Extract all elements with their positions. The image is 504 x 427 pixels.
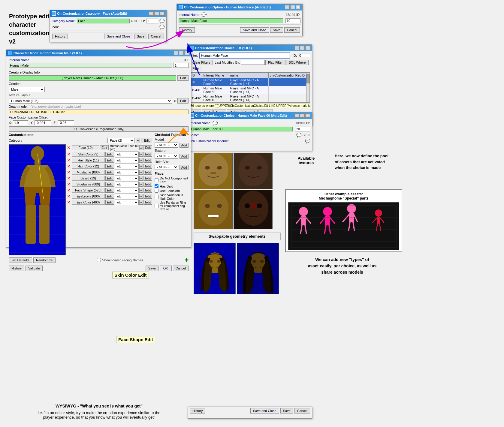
fallback-model-select[interactable]: - NONE - [155,143,178,148]
cust-mustache-select[interactable]: etc [115,170,139,175]
clear-filters-btn[interactable]: Clear Filters [190,60,213,65]
randomize-btn[interactable]: Randomize [33,257,56,263]
chr-category-cancel-btn[interactable]: Cancel [148,34,164,39]
cust-hairstyle-edit-btn[interactable]: Edit [105,158,114,163]
cust-sideburns-edit-btn[interactable]: Edit [105,182,114,187]
cust-haircolor-list-btn[interactable]: ≡ [139,164,143,169]
cust-eyebrows-select[interactable]: etc [115,194,139,199]
creature-edit-btn[interactable]: Edit [177,75,189,81]
cust-haircolor-edit-btn[interactable]: Edit [105,164,114,169]
texture-layout-edit-btn[interactable]: Edit [177,98,189,104]
texture-layout-select[interactable]: Human Male (103) [9,98,172,104]
remove-beard-btn[interactable]: ✕ [67,176,71,181]
filter-input[interactable] [200,53,289,58]
cust-beard-select[interactable]: etc [115,176,139,181]
gender-select[interactable]: Male [9,87,45,92]
cust-eyecolor-select[interactable]: etc [115,200,139,205]
choice-internal-name-input[interactable] [190,127,293,131]
cust-eyecolor-edit-btn[interactable]: Edit [105,200,114,205]
chr-category-save-btn[interactable]: Save [134,34,147,39]
chr-choice-max[interactable]: □ [300,113,305,118]
char-model-min[interactable]: ─ [174,51,178,55]
death-mode-input[interactable] [9,110,189,114]
cust-faceshape-edit-btn[interactable]: Edit [105,188,114,193]
option-internal-name-input[interactable] [179,18,283,23]
chr-option-close[interactable]: ✕ [296,5,300,9]
flag-loincloth[interactable] [155,189,158,193]
fallback-helmvis-select[interactable]: - NONE - [155,165,178,170]
cust-sideburns-select[interactable]: etc [115,182,139,187]
cust-eyebrows-edit-btn[interactable]: Edit [105,194,114,199]
cust-haircolor-select[interactable]: etc [115,164,139,169]
chr-choice-list-min[interactable]: ─ [294,46,299,50]
table-row[interactable]: 15431Human Male Face 39Player and NPC - … [190,86,306,94]
set-defaults-btn[interactable]: Set Defaults [9,257,32,263]
category-select[interactable]: Face (2) [107,138,134,143]
model-history-btn[interactable]: History [9,266,24,271]
chr-option-save-close-btn[interactable]: Save and Close [240,27,269,33]
model-save-btn[interactable]: Save [146,266,158,271]
cust-faceshape-edit2-btn[interactable]: Edit [143,188,152,193]
cust-haircolor-edit2-btn[interactable]: Edit [143,164,152,169]
chr-category-history-btn[interactable]: History [52,34,68,39]
cust-sideburns-edit2-btn[interactable]: Edit [143,182,152,187]
flag-no-component[interactable] [155,178,158,182]
remove-hairstyle-btn[interactable]: ✕ [67,158,71,163]
flag-has-bald[interactable] [155,184,158,188]
chr-option-history-btn[interactable]: History [179,27,195,33]
cust-faceshape-select[interactable]: etc [115,188,139,193]
cust-face-edit-btn[interactable]: Edit [100,145,109,150]
chr-category-close[interactable]: ✕ [160,11,164,16]
bottom-save-btn[interactable]: Save [280,408,293,413]
chr-category-save-close-btn[interactable]: Save and Close [104,34,133,39]
cust-eyebrows-edit2-btn[interactable]: Edit [143,194,152,199]
fallback-helmvis-add[interactable]: Add [180,165,189,170]
chr-option-cancel-btn[interactable]: Cancel [284,27,300,33]
fallback-texture-add[interactable]: Add [180,154,189,159]
model-id-input[interactable] [174,63,189,68]
category-name-input[interactable] [77,19,130,23]
cust-skin-list-btn[interactable]: ≡ [139,152,143,157]
chr-option-save-btn[interactable]: Save [270,27,283,33]
chr-choice-min[interactable]: ─ [294,113,299,118]
char-model-close[interactable]: ✕ [184,51,189,55]
cust-eyebrows-list-btn[interactable]: ≡ [139,194,143,199]
cust-hairstyle-list-btn[interactable]: ≡ [139,158,143,163]
cust-face-list-btn[interactable]: ≡ [139,145,143,150]
flag-filter-btn[interactable]: Flag Filter [265,60,285,65]
model-internal-name-input[interactable] [9,63,172,68]
choice-id-input[interactable] [295,127,310,131]
chr-choice-list-close[interactable]: ✕ [305,46,310,50]
remove-haircolor-btn[interactable]: ✕ [67,164,71,169]
conversion-btn[interactable]: 9.X Conversion (Programmer Only) [9,126,189,132]
flag-pandaren[interactable] [155,204,158,208]
fallback-texture-select[interactable]: - NONE - [155,154,178,159]
remove-eyebrows-btn[interactable]: ✕ [67,194,71,199]
show-player-facing-check[interactable] [97,258,101,262]
cust-beard-edit2-btn[interactable]: Edit [143,176,152,181]
cust-faceshape-list-btn[interactable]: ≡ [139,188,143,193]
cust-eyecolor-list-btn[interactable]: ≡ [139,200,143,205]
chr-option-min[interactable]: ─ [285,5,290,9]
cust-skin-edit-btn[interactable]: Edit [105,152,114,157]
table-scrollbar[interactable] [306,73,310,102]
x-input[interactable] [13,120,28,125]
table-row[interactable]: 15432Human Male Face 40Player and NPC - … [190,94,306,102]
cust-hairstyle-edit2-btn[interactable]: Edit [143,158,152,163]
category-list-btn[interactable]: ≡ [136,138,140,143]
chr-choice-list-max[interactable]: □ [300,46,305,50]
bottom-save-close-btn[interactable]: Save and Close [250,408,279,413]
char-model-max[interactable]: □ [179,51,184,55]
flag-skin-variation[interactable] [155,195,158,199]
chr-option-max[interactable]: □ [290,5,295,9]
option-id-input[interactable] [285,18,300,23]
chr-choice-close[interactable]: ✕ [305,113,310,118]
table-row[interactable]: 20Human Male Face 00Player and NPC - All… [190,78,306,86]
fallback-model-add[interactable]: Add [180,143,189,148]
cust-face-edit2-btn[interactable]: Edit [143,145,152,150]
cust-mustache-edit-btn[interactable]: Edit [105,170,114,175]
model-validate-btn[interactable]: Validate [26,266,43,271]
sql-where-btn[interactable]: SQL Where [286,60,309,65]
model-ok-btn[interactable]: OK [160,266,172,271]
chr-category-min[interactable]: ─ [149,11,154,16]
